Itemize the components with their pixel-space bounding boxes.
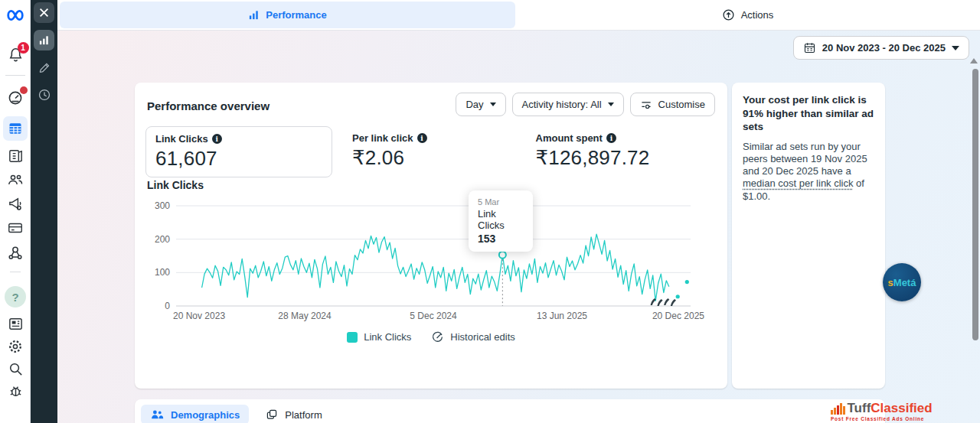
main-content: Performance Actions 20 Nov 2023 - 20 Dec… [57, 0, 980, 423]
smeta-s: s [888, 277, 893, 288]
svg-text:13 Jun 2025: 13 Jun 2025 [537, 311, 587, 321]
tuff-bars-icon [831, 402, 845, 415]
legend-label: Historical edits [450, 331, 515, 343]
metric-label: Per link click [352, 132, 413, 144]
svg-text:20 Nov 2023: 20 Nov 2023 [173, 311, 225, 321]
activity-history-dropdown[interactable]: Activity history: All [512, 93, 624, 116]
legend-label: Link Clicks [364, 331, 411, 343]
customise-button[interactable]: Customise [630, 93, 715, 116]
metric-value: ₹2.06 [352, 146, 427, 170]
performance-chart-icon [248, 9, 260, 21]
app-rail: 1 ? [0, 0, 31, 423]
svg-text:300: 300 [155, 200, 170, 211]
legend-link-clicks[interactable]: Link Clicks [347, 331, 411, 343]
help-button[interactable]: ? [0, 286, 31, 307]
tuff-brand-1: Tuff [848, 401, 871, 415]
scrollbar-thumb[interactable] [972, 69, 978, 340]
ads-reporting-gauge-icon[interactable] [0, 87, 31, 109]
rail-collapse-dash [10, 272, 21, 272]
date-range-label: 20 Nov 2023 - 20 Dec 2025 [822, 42, 946, 54]
svg-text:20 Dec 2025: 20 Dec 2025 [652, 311, 704, 321]
notification-badge: 1 [18, 42, 29, 54]
metric-amount-spent[interactable]: Amount spenti ₹126,897.72 [527, 126, 659, 176]
tooltip-value: 153 [478, 233, 524, 245]
gauge-alert-dot [20, 86, 28, 94]
svg-text:5 Dec 2024: 5 Dec 2024 [410, 311, 457, 321]
meta-logo[interactable] [0, 6, 31, 24]
search-icon[interactable] [0, 359, 31, 379]
tab-platform[interactable]: Platform [256, 405, 331, 423]
insight-card: Your cost per link click is 91% higher t… [732, 83, 885, 389]
ads-megaphone-icon[interactable] [0, 194, 31, 213]
info-icon[interactable]: i [606, 133, 616, 143]
svg-text:100: 100 [155, 267, 170, 278]
edit-pencil-icon[interactable] [34, 57, 54, 78]
insight-title: Your cost per link click is 91% higher t… [743, 93, 874, 134]
metric-label: Amount spent [536, 132, 603, 144]
demographics-people-icon [150, 408, 164, 421]
customise-label: Customise [658, 99, 705, 110]
date-range-picker[interactable]: 20 Nov 2023 - 20 Dec 2025 [793, 36, 969, 60]
tuff-tagline: Post Free Classified Ads Online [831, 416, 933, 421]
tab-demographics[interactable]: Demographics [141, 405, 249, 423]
activity-history-label: Activity history: All [522, 99, 602, 110]
settings-gear-icon[interactable] [0, 337, 31, 356]
info-icon[interactable]: i [417, 133, 427, 143]
metrics-row: Link Clicksi 61,607 Per link clicki ₹2.0… [145, 126, 658, 177]
svg-text:28 May 2024: 28 May 2024 [278, 311, 332, 321]
insight-body: Similar ad sets run by your peers betwee… [743, 141, 874, 203]
close-button[interactable] [34, 2, 54, 23]
rail-divider [5, 75, 25, 76]
tab-actions[interactable]: Actions [515, 0, 980, 30]
chart-title: Link Clicks [147, 179, 204, 191]
report-tab-bar: Performance Actions [57, 0, 980, 31]
tab-actions-label: Actions [741, 9, 774, 21]
chevron-down-icon [952, 46, 959, 50]
tab-demographics-label: Demographics [171, 409, 240, 421]
events-network-icon[interactable] [0, 242, 31, 262]
smeta-meta: Metá [893, 277, 916, 288]
historical-edits-icon [431, 330, 444, 343]
audiences-people-icon[interactable] [0, 170, 31, 190]
insight-definition-link[interactable]: median cost per link click [743, 177, 854, 189]
campaigns-table-item-selected[interactable] [0, 116, 31, 142]
charts-tool-selected[interactable] [34, 30, 54, 50]
metric-label: Link Clicks [155, 133, 208, 145]
billing-card-icon[interactable] [0, 219, 31, 237]
history-clock-icon[interactable] [34, 84, 54, 105]
pages-icon[interactable] [0, 145, 31, 165]
actions-arrow-icon [722, 8, 735, 21]
tab-platform-label: Platform [285, 409, 322, 421]
link-clicks-line-chart[interactable]: 300200100020 Nov 202328 May 20245 Dec 20… [141, 193, 715, 329]
tab-performance[interactable]: Performance [60, 2, 515, 28]
chevron-down-icon [490, 102, 496, 106]
day-dropdown[interactable]: Day [456, 93, 505, 116]
help-question-icon: ? [5, 286, 26, 307]
svg-text:0: 0 [165, 301, 170, 311]
platform-layers-icon [266, 408, 278, 421]
tools-rail [31, 0, 57, 423]
notifications-bell[interactable]: 1 [0, 44, 31, 66]
info-icon[interactable]: i [212, 134, 222, 144]
tooltip-label: Link Clicks [478, 208, 524, 231]
chart-legend: Link Clicks Historical edits [135, 330, 727, 343]
tab-performance-label: Performance [266, 9, 326, 21]
customise-filter-icon [640, 99, 652, 111]
bug-report-icon[interactable] [0, 381, 31, 401]
tuff-brand-2: Classified [871, 401, 932, 415]
calendar-icon [803, 41, 816, 54]
metric-per-link-click[interactable]: Per link clicki ₹2.06 [343, 126, 436, 176]
tuffclassified-logo: TuffClassified Post Free Classified Ads … [831, 402, 933, 421]
legend-swatch-teal [347, 332, 358, 343]
scrollbar-up-arrow[interactable] [970, 58, 978, 63]
news-icon[interactable] [0, 314, 31, 334]
insight-text: Similar ad sets run by your peers betwee… [743, 141, 867, 177]
smeta-watermark-badge: sMetá [883, 263, 921, 301]
legend-historical-edits[interactable]: Historical edits [431, 330, 515, 343]
metric-link-clicks[interactable]: Link Clicksi 61,607 [145, 126, 332, 177]
day-dropdown-label: Day [466, 99, 483, 110]
chart-tooltip: 5 Mar Link Clicks 153 [469, 190, 533, 252]
metric-value: 61,607 [155, 147, 322, 171]
metric-value: ₹126,897.72 [536, 146, 650, 170]
performance-overview-card: Performance overview Day Activity histor… [135, 83, 727, 389]
